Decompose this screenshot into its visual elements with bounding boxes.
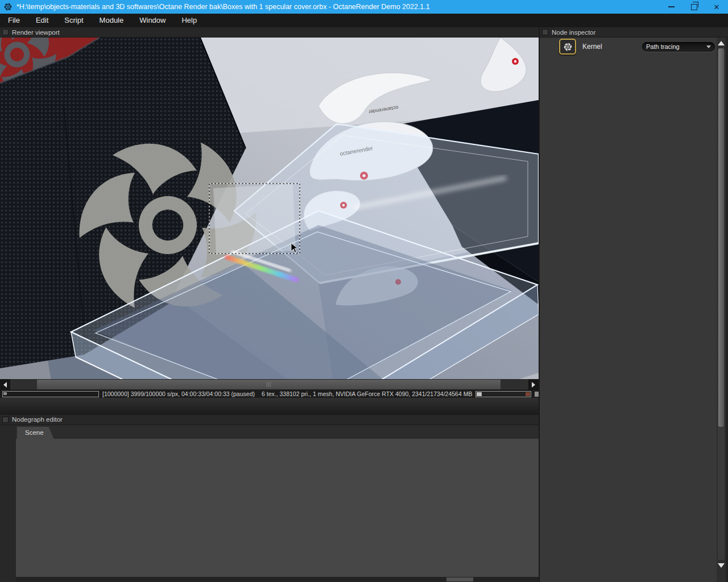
kernel-node-row: Kernel Path tracing (559, 39, 715, 54)
kernel-label: Kernel (582, 43, 642, 51)
render-toolbar (0, 398, 539, 415)
menu-script[interactable]: Script (56, 14, 91, 27)
nodegraph-title: Nodegraph editor (12, 416, 63, 423)
node-inspector-title: Node inspector (552, 29, 595, 36)
nodegraph-hscroll-thumb[interactable] (446, 577, 473, 581)
restore-button[interactable] (682, 0, 705, 14)
menu-bar: FileEditScriptModuleWindowHelp (0, 14, 728, 27)
hscroll-thumb[interactable] (37, 380, 500, 389)
render-scene[interactable]: octanerender octanerender (0, 38, 539, 379)
inspector-pin-toolbar (540, 38, 557, 582)
render-progress-bar (2, 391, 99, 397)
render-viewport[interactable]: octanerender octanerender (0, 38, 539, 379)
render-stats-text: 6 tex., 338102 pri., 1 mesh, NVIDIA GeFo… (262, 390, 472, 397)
vram-usage-bar (475, 391, 531, 397)
render-status-bar: [1000000] 3999/100000 s/px, 04:00:33/04:… (0, 390, 539, 398)
render-viewport-header[interactable]: Render viewport (0, 27, 539, 38)
scroll-down-button[interactable] (718, 561, 725, 569)
nodegraph-tabs: Scene (16, 425, 539, 439)
tab-scene[interactable]: Scene (17, 427, 54, 439)
panel-grip-icon (2, 417, 9, 423)
menu-edit[interactable]: Edit (28, 14, 56, 27)
menu-module[interactable]: Module (92, 14, 132, 27)
node-inspector-header[interactable]: Node inspector (540, 27, 728, 38)
scroll-right-button[interactable] (528, 379, 539, 390)
window-title: *H:\temp\objects-materials and 3D softwa… (16, 3, 660, 11)
scroll-up-button[interactable] (718, 39, 725, 47)
nodegraph-header[interactable]: Nodegraph editor (0, 415, 539, 425)
vscroll-thumb[interactable] (718, 48, 724, 427)
inspector-content: Kernel Path tracing (557, 38, 717, 582)
nodegraph-hscrollbar[interactable] (16, 577, 539, 582)
app-icon (3, 2, 13, 11)
kernel-node-icon[interactable] (559, 39, 576, 55)
panel-grip-icon (542, 29, 548, 35)
vscroll-track[interactable] (718, 48, 725, 560)
render-viewport-title: Render viewport (12, 29, 60, 36)
hscroll-track[interactable] (10, 380, 528, 389)
panel-grip-icon (2, 29, 9, 35)
menu-file[interactable]: File (0, 14, 28, 27)
nodegraph-canvas[interactable] (16, 439, 539, 577)
nodegraph-toolbar (0, 425, 16, 582)
render-progress-text: [1000000] 3999/100000 s/px, 04:00:33/04:… (102, 390, 255, 397)
close-button[interactable]: ✕ (705, 0, 728, 14)
scroll-left-button[interactable] (0, 379, 10, 390)
minimize-button[interactable] (660, 0, 682, 14)
title-bar[interactable]: *H:\temp\objects-materials and 3D softwa… (0, 0, 728, 14)
menu-help[interactable]: Help (173, 14, 205, 27)
inspector-vscrollbar[interactable] (717, 38, 726, 582)
kernel-type-dropdown[interactable]: Path tracing (642, 42, 715, 52)
menu-window[interactable]: Window (131, 14, 173, 27)
viewport-hscrollbar[interactable] (0, 379, 539, 390)
